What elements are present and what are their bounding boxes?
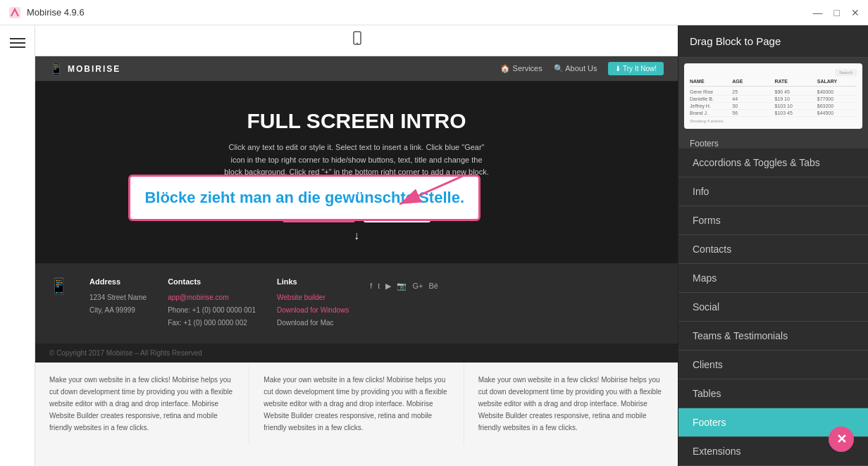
footer-contacts-title: Contacts [168,277,256,286]
col-age: AGE [732,79,771,84]
left-sidebar [0,25,35,466]
social-instagram-icon[interactable]: 📷 [397,282,407,291]
footer-email[interactable]: app@mobirise.com [168,291,256,304]
category-item-social[interactable]: Social [678,293,868,322]
hamburger-line-1 [10,38,25,39]
category-label-info: Info [693,186,709,197]
footer-social: f t ▶ 📷 G+ Bé [370,282,438,291]
footer-links-title: Links [277,277,349,286]
red-arrow-icon [385,169,470,211]
titlebar: Mobirise 4.9.6 — □ ✕ [0,0,868,25]
col-salary: SALARY [817,79,857,84]
category-item-forms[interactable]: Forms [678,206,868,235]
footers-section-label: Footers [684,134,862,149]
category-item-tables[interactable]: Tables [678,379,868,408]
footer-address-col: Address 1234 Street Name City, AA 99999 [89,277,147,317]
hero-title: FULL SCREEN INTRO [49,109,664,133]
footer-copyright: © Copyright 2017 Mobirise – All Rights R… [35,344,678,363]
bottom-content: Make your own website in a few clicks! M… [35,363,678,445]
bottom-col-2: Make your own website in a few clicks! M… [249,363,464,445]
hamburger-menu[interactable] [10,38,25,48]
close-icon: ✕ [836,432,847,447]
hero-logo-icon: 📱 [49,62,63,75]
panel-title: Drag Block to Page [690,35,857,47]
category-item-accordions[interactable]: Accordions & Toggles & Tabs [678,149,868,177]
preview-area[interactable]: 📱 MOBIRISE 🏠 Services 🔍 About Us ⬇ Try I… [35,56,678,466]
social-youtube-icon[interactable]: ▶ [385,282,391,291]
footer-contacts-col: Contacts app@mobirise.com Phone: +1 (0) … [168,277,256,329]
category-item-teams[interactable]: Teams & Testimonials [678,322,868,351]
table-block-thumb[interactable]: Search NAME AGE RATE SALARY Gene Rise25$… [684,63,862,129]
footer-logo-icon: 📱 [49,277,68,296]
footer-link-1[interactable]: Website builder [277,291,349,304]
app-title: Mobirise 4.9.6 [27,7,85,18]
bottom-col-3-text: Make your own website in a few clicks! M… [478,374,664,434]
hero-nav: 📱 MOBIRISE 🏠 Services 🔍 About Us ⬇ Try I… [35,56,678,81]
maximize-button[interactable]: □ [834,7,840,18]
window-controls: — □ ✕ [813,7,860,18]
footer-links-col: Links Website builder Download for Windo… [277,277,349,329]
category-label-social: Social [693,301,719,313]
category-label-accordions: Accordions & Toggles & Tabs [693,157,820,168]
bottom-col-1: Make your own website in a few clicks! M… [35,363,249,445]
mobile-device-icon[interactable] [349,31,364,50]
close-button[interactable]: ✕ [851,7,860,18]
footer-address-2: City, AA 99999 [89,304,147,317]
category-item-maps[interactable]: Maps [678,264,868,293]
bottom-col-1-text: Make your own website in a few clicks! M… [49,374,235,434]
category-item-contacts[interactable]: Contacts [678,235,868,264]
category-label-forms: Forms [693,215,721,226]
hero-nav-about[interactable]: 🔍 About Us [554,64,597,73]
category-item-clients[interactable]: Clients [678,351,868,379]
footer-preview: 📱 Address 1234 Street Name City, AA 9999… [35,263,678,344]
svg-point-2 [356,43,358,44]
category-label-teams: Teams & Testimonials [693,330,788,341]
table-thumb-inner: Search NAME AGE RATE SALARY Gene Rise25$… [684,63,862,129]
app-logo-icon [8,6,21,19]
footer-link-3[interactable]: Download for Mac [277,317,349,329]
close-panel-button[interactable]: ✕ [829,427,854,452]
category-list: Accordions & Toggles & Tabs Info Forms C… [678,149,868,466]
bottom-col-2-text: Make your own website in a few clicks! M… [264,374,449,434]
main-content: 📱 MOBIRISE 🏠 Services 🔍 About Us ⬇ Try I… [35,25,678,466]
table-row: Gene Rise25$90 45$40000 [690,89,857,96]
hero-nav-links: 🏠 Services 🔍 About Us ⬇ Try It Now! [500,62,664,75]
right-panel: Drag Block to Page Search NAME AGE RATE … [678,25,868,466]
category-label-tables: Tables [693,388,721,399]
social-twitter-icon[interactable]: t [378,282,380,291]
social-gplus-icon[interactable]: G+ [412,282,423,291]
hero-nav-services[interactable]: 🏠 Services [500,64,542,73]
category-label-maps: Maps [693,272,717,284]
category-label-clients: Clients [693,359,723,370]
footer-logo-area: 📱 [49,277,68,296]
category-item-info[interactable]: Info [678,177,868,206]
table-row: Brand J.56$103 45$44500 [690,110,857,117]
social-facebook-icon[interactable]: f [370,282,372,291]
category-label-extensions: Extensions [693,446,740,457]
red-arrow-container [385,169,470,214]
footer-fax: Fax: +1 (0) 000 0000 002 [168,317,256,329]
app-layout: 📱 MOBIRISE 🏠 Services 🔍 About Us ⬇ Try I… [0,25,868,466]
svg-line-4 [399,176,463,204]
table-thumb-header: NAME AGE RATE SALARY [690,79,857,87]
footer-link-2[interactable]: Download for Windows [277,304,349,317]
table-row: Danielle B.44$19 10$77000 [690,96,857,103]
hero-logo-text: MOBIRISE [68,64,120,74]
hamburger-line-2 [10,42,25,44]
footer-address-title: Address [89,277,147,286]
footer-address-1: 1234 Street Name [89,291,147,304]
titlebar-left: Mobirise 4.9.6 [8,6,85,19]
blocks-area[interactable]: Search NAME AGE RATE SALARY Gene Rise25$… [678,58,868,149]
minimize-button[interactable]: — [813,7,823,18]
footer-phone: Phone: +1 (0) 000 0000 001 [168,304,256,317]
panel-header: Drag Block to Page [678,25,868,58]
bottom-col-3: Make your own website in a few clicks! M… [464,363,678,445]
svg-rect-1 [354,32,361,44]
hero-nav-cta[interactable]: ⬇ Try It Now! [608,62,664,75]
page-preview: 📱 MOBIRISE 🏠 Services 🔍 About Us ⬇ Try I… [35,56,678,445]
hero-scroll-arrow: ↓ [49,229,664,242]
category-label-footers: Footers [693,417,726,428]
col-rate: RATE [775,79,814,84]
social-behance-icon[interactable]: Bé [428,282,438,291]
hero-body: FULL SCREEN INTRO Click any text to edit… [35,81,678,263]
